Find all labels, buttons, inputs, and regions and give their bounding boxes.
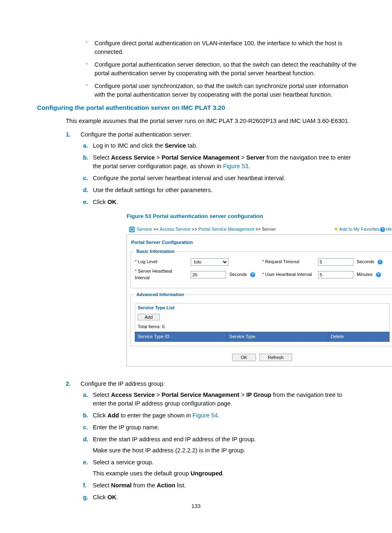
text: Select (93, 392, 111, 398)
intro-paragraph: This example assumes that the portal ser… (66, 117, 357, 125)
text: Click (93, 494, 107, 501)
bc-link[interactable]: Portal Service Management (198, 226, 254, 233)
bullet: Configure portal authentication server d… (85, 60, 357, 78)
request-timeout-input[interactable] (318, 258, 353, 266)
add-favorites-link[interactable]: Add to My Favorites (339, 226, 380, 233)
bc-sep: >> (153, 226, 159, 233)
text: to enter the page shown in (119, 412, 193, 419)
col-service-type-id: Service Type ID (135, 332, 227, 341)
substep-marker: b. (83, 411, 88, 420)
unit: Minutes (357, 271, 373, 278)
bc-link[interactable]: Access Service (160, 226, 191, 233)
substep-b: b. Select Access Service > Portal Servic… (83, 153, 357, 171)
substep-marker: e. (83, 198, 88, 206)
substep-marker: b. (83, 153, 88, 162)
bold: OK (107, 494, 116, 501)
step-number: 1. (66, 130, 71, 139)
substep-d: d. Enter the start IP address and end IP… (83, 435, 357, 455)
substep-g: g. Click OK. (83, 493, 357, 502)
ok-button[interactable]: OK (232, 354, 256, 361)
text: Click (93, 412, 107, 419)
page-number: 133 (0, 502, 392, 510)
bold: OK (107, 199, 116, 205)
bullet-text: Configure direct portal authentication o… (95, 40, 342, 55)
add-button[interactable]: Add (138, 314, 160, 320)
bc-current: Server (262, 226, 276, 233)
step-text: Configure the IP address group: (81, 380, 165, 387)
pre-section-bullets: Configure direct portal authentication o… (37, 39, 357, 99)
server-heartbeat-input[interactable] (191, 271, 226, 278)
text: Use the default settings for other param… (93, 187, 212, 193)
step-2-substeps: a. Select Access Service > Portal Servic… (81, 391, 357, 502)
help-icon[interactable]: ? (378, 260, 383, 264)
label: Request Timeout (265, 259, 299, 264)
bold: Access Service (111, 392, 154, 398)
col-service-type: Service Type (227, 332, 328, 341)
bullet: Configure direct portal authentication o… (85, 39, 357, 56)
substep-marker: d. (83, 435, 88, 444)
refresh-button[interactable]: Refresh (259, 354, 293, 361)
bold: Normal (111, 482, 131, 489)
bold: Portal Service Management (161, 392, 239, 398)
text: Select (93, 154, 111, 161)
label: User Heartbeat Interval (265, 272, 312, 277)
help-link[interactable]: Help (386, 226, 392, 233)
substep-a: a. Select Access Service > Portal Servic… (83, 391, 357, 408)
substep-d: d. Use the default settings for other pa… (83, 186, 357, 195)
figure-link[interactable]: Figure 53 (223, 163, 248, 169)
text: Log in to IMC and click the (93, 142, 165, 149)
label: Log Level (138, 259, 157, 264)
text: > (240, 392, 247, 398)
substep-b: b. Click Add to enter the page shown in … (83, 411, 357, 420)
substep-marker: e. (83, 458, 88, 467)
help-icon[interactable]: ? (380, 227, 385, 232)
bold: Action (157, 482, 175, 489)
legend: Basic Information (135, 248, 176, 255)
figure-link[interactable]: Figure 54 (193, 412, 218, 419)
numbered-steps: 1. Configure the portal authentication s… (66, 130, 357, 508)
substep-marker: a. (83, 391, 88, 399)
substep-marker: c. (83, 423, 88, 432)
bullet-text: Configure portal user synchronization, s… (95, 83, 348, 98)
text: Click (93, 199, 107, 205)
text: . (116, 199, 118, 205)
text: > (155, 392, 162, 398)
bold: Server (246, 154, 265, 161)
step-text: Configure the portal authentication serv… (81, 131, 191, 138)
substep-marker: f. (83, 481, 87, 490)
legend: Advanced Information (135, 292, 186, 298)
substep-marker: c. (83, 174, 88, 183)
help-icon[interactable]: ? (250, 272, 255, 277)
bold: Portal Service Management (161, 154, 239, 161)
user-heartbeat-input[interactable] (318, 271, 353, 278)
substep-f: f. Select Normal from the Action list. (83, 481, 357, 490)
panel-title: Portal Server Configuration (130, 237, 392, 248)
section-heading: Configuring the portal authentication se… (37, 103, 357, 112)
app-icon (129, 227, 135, 232)
text: . (116, 494, 118, 501)
text: > (155, 154, 162, 161)
basic-information-group: Basic Information *Log Level Info *Reque… (130, 248, 392, 288)
help-icon[interactable]: ? (376, 272, 381, 277)
step-number: 2. (66, 380, 71, 388)
label: Server Heartbeat Interval (135, 269, 172, 280)
star-icon[interactable]: ★ (334, 225, 339, 233)
substep-c: c. Configure the portal server heartbeat… (83, 174, 357, 183)
bullet: Configure portal user synchronization, s… (85, 82, 357, 99)
bold: Access Service (111, 154, 154, 161)
sub-note: This example uses the default group Ungr… (93, 469, 357, 478)
step-1-substeps: a. Log in to IMC and click the Service t… (81, 141, 357, 206)
text: > (240, 154, 247, 161)
substep-c: c. Enter the IP group name. (83, 423, 357, 432)
substep-marker: d. (83, 186, 88, 195)
text: Enter the IP group name. (93, 424, 159, 431)
unit: Seconds (357, 259, 374, 265)
text: . (248, 163, 250, 169)
button-bar: OK Refresh (130, 350, 392, 361)
bc-link[interactable]: Service (137, 226, 152, 233)
text: Select a service group. (93, 459, 154, 466)
bold: Service (165, 142, 186, 149)
log-level-select[interactable]: Info (191, 258, 228, 266)
bold: IP Group (246, 392, 271, 398)
text: Enter the start IP address and end IP ad… (93, 436, 256, 443)
